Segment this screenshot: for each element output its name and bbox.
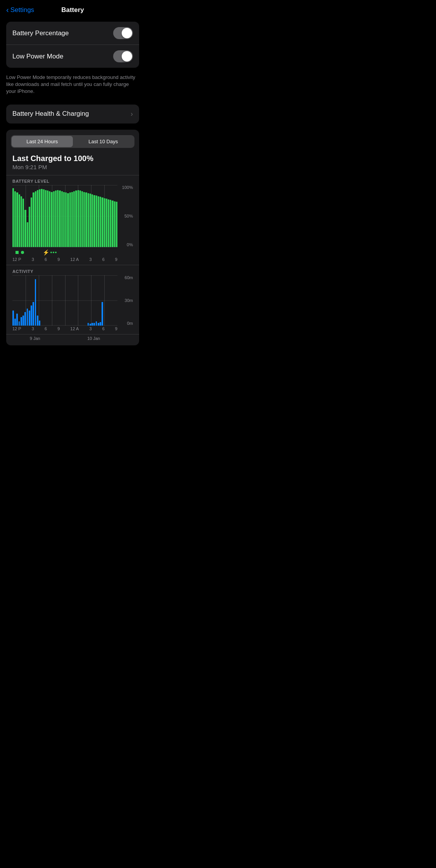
bat-bar-item <box>83 192 85 247</box>
activity-time-labels: 12 P 3 6 9 12 A 3 6 9 <box>6 326 139 334</box>
act-bar-item <box>33 302 34 326</box>
bat-bar-item <box>53 191 55 247</box>
bat-bar-item <box>51 192 52 247</box>
act-bar-item <box>39 321 40 326</box>
bat-bar-item <box>102 197 103 247</box>
bat-bar-item <box>31 197 32 247</box>
y-100: 100% <box>122 185 133 190</box>
act-y-30m: 30m <box>125 298 133 303</box>
chart-section: Last 24 Hours Last 10 Days Last Charged … <box>6 130 139 345</box>
bat-bar-item <box>27 222 28 247</box>
act-bar-item <box>102 302 103 326</box>
at-3a: 3 <box>89 326 91 331</box>
battery-percentage-row[interactable]: Battery Percentage <box>6 22 139 45</box>
bat-bar-item <box>21 196 22 247</box>
bat-bar-item <box>65 192 67 247</box>
act-bar-item <box>93 323 95 326</box>
t-9a: 9 <box>115 257 117 262</box>
bat-bar-item <box>19 194 20 247</box>
bat-bar-item <box>106 199 107 247</box>
bat-bar-item <box>71 192 73 247</box>
activity-label: ACTIVITY <box>6 265 139 275</box>
act-bar-item <box>88 323 89 326</box>
bat-bar-item <box>69 192 71 247</box>
at-6: 6 <box>45 326 47 331</box>
act-bar-item <box>29 310 30 326</box>
battery-percentage-toggle[interactable] <box>113 27 133 39</box>
tab-last-24-hours[interactable]: Last 24 Hours <box>12 136 73 147</box>
at-3: 3 <box>32 326 34 331</box>
bat-bar-item <box>88 193 89 247</box>
bat-bar-item <box>104 198 105 247</box>
battery-level-label: BATTERY LEVEL <box>6 175 139 185</box>
bat-bar-item <box>67 193 69 247</box>
act-bar-item <box>90 324 91 325</box>
bat-bar-item <box>100 197 101 247</box>
bat-bar-item <box>12 188 14 247</box>
y-50: 50% <box>124 214 133 218</box>
at-9a: 9 <box>115 326 117 331</box>
charging-dot-2 <box>21 251 24 254</box>
act-bar-item <box>96 321 97 326</box>
act-bar-item <box>21 317 22 326</box>
charge-info: Last Charged to 100% Mon 9:21 PM <box>6 153 139 175</box>
bat-bar-item <box>35 191 36 247</box>
bat-bar-item <box>39 189 40 247</box>
at-6a: 6 <box>102 326 105 331</box>
date-10jan: 10 Jan <box>87 336 100 341</box>
bat-bar-item <box>24 210 26 247</box>
bat-bar-item <box>110 200 111 247</box>
act-y-0m: 0m <box>127 321 133 326</box>
time-period-segmented-control[interactable]: Last 24 Hours Last 10 Days <box>11 135 134 148</box>
low-power-mode-row[interactable]: Low Power Mode <box>6 45 139 68</box>
battery-health-row[interactable]: Battery Health & Charging › <box>6 105 139 124</box>
act-bar-item <box>37 316 38 326</box>
back-chevron-icon: ‹ <box>6 5 9 14</box>
y-0: 0% <box>127 242 133 247</box>
bat-bar-item <box>114 201 115 247</box>
t-3a: 3 <box>89 257 91 262</box>
bat-bar-item <box>29 207 30 247</box>
bat-bar-item <box>91 194 93 247</box>
bat-bar-item <box>78 190 79 247</box>
bat-bar-item <box>47 190 48 247</box>
t-12p: 12 P <box>12 257 21 262</box>
bat-bar-item <box>73 191 75 247</box>
bat-bar-item <box>33 192 34 247</box>
back-button[interactable]: ‹ Settings <box>6 6 34 14</box>
bat-bar-item <box>112 201 113 247</box>
activity-chart: 60m 30m 0m <box>12 275 133 326</box>
bat-bar-item <box>96 196 97 247</box>
bat-bar-item <box>75 190 77 247</box>
act-bar-item <box>35 279 36 325</box>
last-charged-time: Mon 9:21 PM <box>12 164 133 170</box>
bat-bar-item <box>43 189 45 247</box>
battery-health-label: Battery Health & Charging <box>12 110 89 118</box>
toggle-knob-2 <box>122 51 132 62</box>
charging-bolt-icon: ⚡ <box>43 249 49 256</box>
act-bar-item <box>24 312 26 326</box>
back-label: Settings <box>10 6 34 14</box>
bat-bar-item <box>116 202 117 247</box>
chevron-right-icon: › <box>131 110 133 118</box>
bat-bar-item <box>93 195 95 247</box>
act-bar-item <box>16 314 18 325</box>
t-12a: 12 A <box>70 257 79 262</box>
act-bar-item <box>91 323 93 326</box>
bat-bar-item <box>49 191 50 247</box>
bat-bar-item <box>45 190 47 247</box>
toggle-knob <box>122 28 132 38</box>
low-power-description: Low Power Mode temporarily reduces backg… <box>0 71 145 101</box>
t-6: 6 <box>45 257 47 262</box>
battery-time-labels: 12 P 3 6 9 12 A 3 6 9 <box>6 256 139 265</box>
bat-bar-item <box>81 191 83 247</box>
bat-bar-item <box>14 191 16 247</box>
battery-percentage-label: Battery Percentage <box>12 29 69 37</box>
tab-last-10-days[interactable]: Last 10 Days <box>73 136 134 147</box>
low-power-mode-toggle[interactable] <box>113 50 133 62</box>
date-9jan: 9 Jan <box>30 336 40 341</box>
page-container: ‹ Settings Battery Battery Percentage Lo… <box>0 0 145 345</box>
battery-health-section: Battery Health & Charging › <box>6 105 139 124</box>
act-bar-item <box>12 310 14 326</box>
battery-bars <box>12 185 117 247</box>
